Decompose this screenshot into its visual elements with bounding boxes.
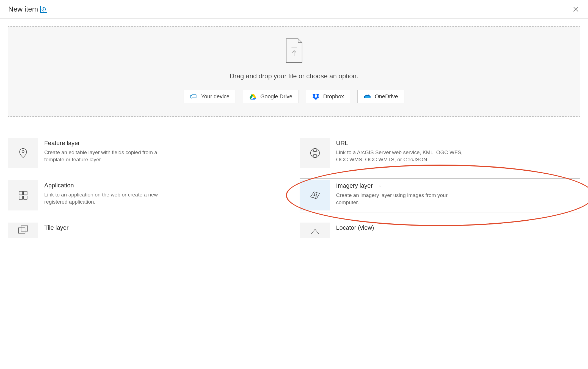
dialog-title: New item: [8, 5, 38, 13]
svg-rect-31: [19, 228, 25, 233]
svg-rect-25: [24, 191, 27, 195]
option-tile-layer[interactable]: Tile layer: [8, 221, 289, 240]
svg-rect-27: [24, 196, 27, 199]
onedrive-icon: [364, 93, 371, 100]
source-buttons: Your device Google Drive: [184, 90, 404, 103]
onedrive-button[interactable]: OneDrive: [357, 90, 404, 103]
option-url[interactable]: URL Link to a ArcGIS Server web service,…: [300, 136, 581, 170]
application-desc: Link to an application on the web or cre…: [44, 191, 176, 205]
feature-layer-title: Feature layer: [44, 140, 176, 147]
your-device-button[interactable]: Your device: [184, 90, 236, 103]
application-title: Application: [44, 182, 176, 189]
svg-point-2: [44, 8, 44, 9]
option-locator-view[interactable]: Locator (view): [300, 221, 581, 240]
option-body: Application Link to an application on th…: [44, 180, 180, 205]
option-feature-layer[interactable]: Feature layer Create an editable layer w…: [8, 136, 289, 170]
option-body: Imagery layer → Create an imagery layer …: [336, 180, 472, 206]
imagery-layer-title-row: Imagery layer →: [336, 182, 468, 190]
dialog-title-row: New item: [8, 5, 47, 13]
svg-rect-7: [192, 95, 196, 98]
url-desc: Link to a ArcGIS Server web service, KML…: [336, 149, 468, 163]
option-body: Tile layer: [44, 223, 72, 234]
option-body: Locator (view): [336, 223, 378, 234]
drop-instruction: Drag and drop your file or choose an opt…: [230, 72, 358, 80]
feature-layer-desc: Create an editable layer with fields cop…: [44, 149, 176, 163]
device-icon: [190, 93, 197, 100]
imagery-layer-icon: [300, 180, 330, 210]
svg-line-30: [315, 193, 317, 198]
file-upload-icon: [284, 38, 304, 65]
google-drive-icon: [249, 93, 256, 100]
feature-layer-icon: [8, 138, 38, 168]
url-title: URL: [336, 140, 468, 147]
svg-point-20: [22, 151, 24, 152]
imagery-layer-desc: Create an imagery layer using images fro…: [336, 192, 468, 206]
svg-line-28: [312, 195, 318, 196]
google-drive-label: Google Drive: [260, 93, 292, 100]
svg-rect-24: [19, 191, 23, 195]
locator-view-title: Locator (view): [336, 224, 374, 231]
onedrive-label: OneDrive: [375, 93, 398, 100]
item-type-options: Feature layer Create an editable layer w…: [0, 117, 588, 240]
option-body: URL Link to a ArcGIS Server web service,…: [336, 138, 472, 163]
svg-rect-32: [21, 226, 28, 231]
google-drive-button[interactable]: Google Drive: [243, 90, 299, 103]
option-application[interactable]: Application Link to an application on th…: [8, 178, 289, 212]
dialog-header: New item: [0, 0, 588, 19]
dropbox-label: Dropbox: [323, 93, 344, 100]
svg-marker-15: [312, 94, 316, 96]
dropbox-button[interactable]: Dropbox: [306, 90, 350, 103]
your-device-label: Your device: [201, 93, 230, 100]
url-icon: [300, 138, 330, 168]
option-body: Feature layer Create an editable layer w…: [44, 138, 180, 163]
dropbox-icon: [312, 93, 319, 100]
tile-layer-icon: [8, 223, 38, 238]
svg-rect-26: [19, 196, 23, 199]
svg-line-29: [313, 192, 315, 198]
arrow-right-icon: →: [376, 182, 382, 190]
option-imagery-layer[interactable]: Imagery layer → Create an imagery layer …: [300, 178, 581, 212]
tile-layer-title: Tile layer: [44, 224, 68, 231]
dropzone-wrapper: Drag and drop your file or choose an opt…: [0, 19, 588, 117]
dropzone[interactable]: Drag and drop your file or choose an opt…: [8, 26, 580, 117]
info-icon[interactable]: [40, 6, 47, 13]
svg-marker-16: [316, 94, 319, 96]
locator-view-icon: [300, 223, 330, 238]
imagery-layer-title: Imagery layer: [336, 182, 373, 189]
close-icon[interactable]: [572, 5, 580, 13]
application-icon: [8, 180, 38, 210]
